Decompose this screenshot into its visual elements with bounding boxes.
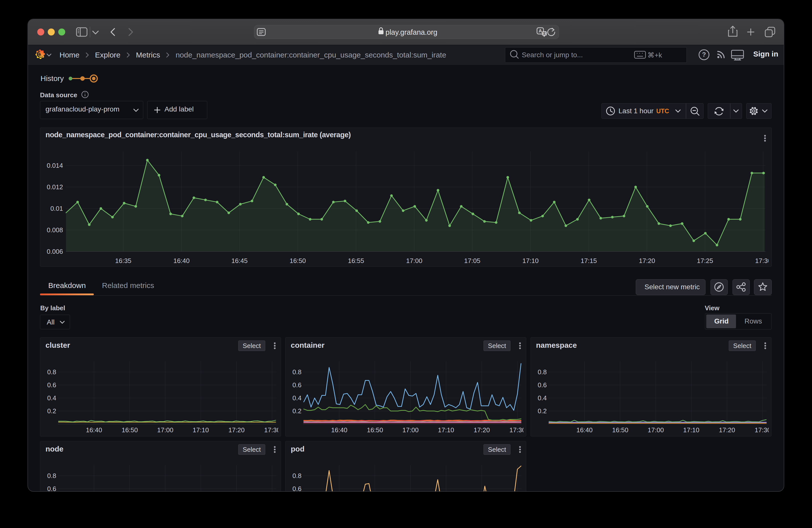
- svg-text:0.6: 0.6: [47, 381, 56, 389]
- svg-text:0.8: 0.8: [538, 368, 547, 376]
- svg-text:16:40: 16:40: [86, 426, 102, 434]
- svg-text:16:40: 16:40: [173, 257, 189, 264]
- svg-text:0.8: 0.8: [292, 472, 302, 480]
- svg-text:17:30: 17:30: [755, 257, 771, 264]
- svg-text:17:10: 17:10: [522, 257, 538, 264]
- svg-text:0.8: 0.8: [292, 368, 302, 376]
- svg-text:17:20: 17:20: [228, 426, 245, 434]
- svg-text:0.6: 0.6: [292, 381, 302, 389]
- svg-text:0.8: 0.8: [47, 368, 56, 376]
- svg-text:0.8: 0.8: [47, 472, 56, 480]
- svg-text:17:10: 17:10: [192, 426, 209, 434]
- svg-text:16:50: 16:50: [121, 426, 138, 434]
- svg-text:0.014: 0.014: [47, 162, 63, 169]
- svg-text:17:00: 17:00: [406, 257, 422, 264]
- svg-text:0.2: 0.2: [47, 407, 56, 415]
- svg-text:16:40: 16:40: [576, 426, 593, 434]
- svg-text:17:30: 17:30: [264, 426, 280, 434]
- svg-text:A: A: [538, 28, 542, 33]
- svg-text:17:25: 17:25: [697, 257, 713, 264]
- svg-text:17:30: 17:30: [754, 426, 771, 434]
- svg-text:文: 文: [542, 31, 546, 35]
- svg-text:17:00: 17:00: [402, 426, 419, 434]
- svg-text:17:20: 17:20: [719, 426, 735, 434]
- svg-text:0.4: 0.4: [47, 394, 56, 402]
- svg-text:0.4: 0.4: [292, 394, 302, 402]
- svg-text:0.6: 0.6: [292, 485, 302, 491]
- svg-text:17:30: 17:30: [509, 426, 525, 434]
- svg-text:16:40: 16:40: [331, 426, 347, 434]
- svg-text:17:00: 17:00: [157, 426, 173, 434]
- svg-text:0.2: 0.2: [538, 407, 547, 415]
- svg-text:17:15: 17:15: [580, 257, 597, 264]
- svg-text:16:50: 16:50: [290, 257, 306, 264]
- svg-text:0.012: 0.012: [47, 183, 63, 191]
- svg-text:0.008: 0.008: [47, 226, 63, 234]
- svg-text:0.4: 0.4: [538, 394, 547, 402]
- svg-text:0.01: 0.01: [50, 205, 63, 212]
- svg-text:0.6: 0.6: [47, 485, 56, 491]
- svg-text:17:20: 17:20: [474, 426, 490, 434]
- svg-text:0.6: 0.6: [538, 381, 547, 389]
- svg-text:16:55: 16:55: [348, 257, 364, 264]
- svg-text:0.2: 0.2: [292, 407, 302, 415]
- svg-text:17:05: 17:05: [464, 257, 480, 264]
- svg-text:0.006: 0.006: [47, 248, 63, 255]
- svg-text:16:45: 16:45: [231, 257, 247, 264]
- svg-text:17:00: 17:00: [648, 426, 664, 434]
- svg-text:17:10: 17:10: [438, 426, 454, 434]
- svg-text:16:35: 16:35: [115, 257, 131, 264]
- svg-text:17:20: 17:20: [639, 257, 655, 264]
- svg-text:16:50: 16:50: [367, 426, 383, 434]
- svg-text:16:50: 16:50: [612, 426, 628, 434]
- svg-text:17:10: 17:10: [683, 426, 699, 434]
